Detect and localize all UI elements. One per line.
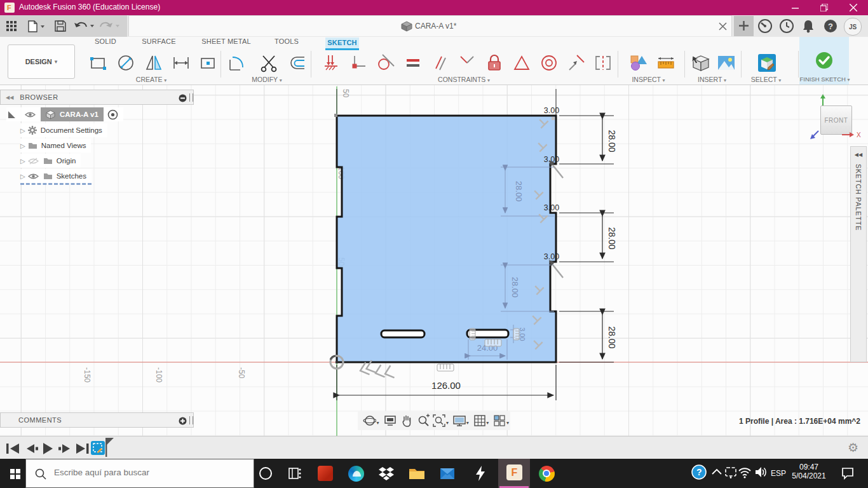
redo-icon[interactable] — [99, 21, 121, 32]
tray-clock[interactable]: 09:47 5/04/2021 — [788, 463, 830, 480]
sketch-geometry[interactable]: -150 -100 -50 50 100 50 — [0, 85, 868, 436]
constraint-symmetry-icon[interactable] — [593, 53, 613, 72]
circle-tool-icon[interactable] — [116, 53, 135, 72]
add-comment-icon[interactable] — [179, 417, 187, 425]
zoom-icon[interactable] — [417, 414, 430, 428]
browser-root-row[interactable]: CARA-A v1 — [6, 107, 123, 121]
visibility-eye-icon[interactable] — [28, 173, 39, 180]
fillet-tool-icon[interactable] — [227, 53, 247, 72]
constraint-horizontal-vertical-icon[interactable] — [322, 53, 341, 72]
tab-sheet-metal[interactable]: SHEET METAL — [197, 37, 255, 48]
tray-volume-icon[interactable] — [752, 463, 773, 484]
constraint-perpendicular-icon[interactable] — [458, 53, 477, 72]
select-tool-icon[interactable] — [757, 53, 776, 72]
tab-tools[interactable]: TOOLS — [271, 37, 302, 48]
timeline-play-icon[interactable] — [42, 443, 53, 454]
file-explorer-icon[interactable] — [407, 463, 427, 484]
browser-root-selected[interactable]: CARA-A v1 — [41, 107, 104, 121]
tab-close-icon[interactable] — [719, 22, 727, 30]
browser-remove-icon[interactable] — [179, 94, 187, 102]
mirror-tool-icon[interactable] — [144, 53, 163, 72]
expand-palette-icon[interactable]: ◀◀ — [851, 152, 866, 158]
timeline-step-forward-icon[interactable] — [58, 444, 72, 454]
app-grid-icon[interactable] — [6, 21, 17, 32]
dimension-tool-icon[interactable] — [172, 53, 191, 72]
ruler-icon[interactable] — [656, 53, 675, 72]
search-input[interactable] — [53, 467, 246, 478]
group-label-select[interactable]: SELECT — [729, 76, 803, 83]
notifications-bell-icon[interactable] — [801, 18, 816, 34]
office-app-icon[interactable] — [315, 463, 336, 484]
dropbox-icon[interactable] — [376, 463, 397, 484]
cortana-icon[interactable] — [255, 463, 276, 484]
constraint-midpoint-icon[interactable] — [512, 53, 531, 72]
slot-left[interactable] — [381, 330, 424, 337]
start-button[interactable] — [5, 463, 25, 484]
timeline-go-to-end-icon[interactable] — [75, 444, 89, 454]
group-label-inspect[interactable]: INSPECT — [612, 76, 685, 83]
constraint-equal-icon[interactable] — [403, 53, 423, 72]
file-menu-icon[interactable] — [28, 20, 44, 32]
browser-grip[interactable] — [189, 93, 193, 102]
mail-app-icon[interactable] — [437, 463, 458, 484]
fusion-taskbar-active[interactable]: F — [498, 459, 530, 488]
browser-item-sketches[interactable]: ▷ Sketches — [20, 169, 92, 185]
offset-tool-icon[interactable] — [288, 53, 307, 72]
visibility-eye-icon[interactable] — [25, 111, 36, 118]
fit-icon[interactable] — [432, 414, 445, 428]
tray-language[interactable]: ESP — [771, 469, 786, 478]
browser-item-origin[interactable]: ▷ Origin — [20, 154, 81, 168]
save-icon[interactable] — [55, 20, 66, 32]
display-settings-icon[interactable] — [452, 414, 466, 428]
group-label-constraints[interactable]: CONSTRAINTS — [426, 76, 502, 83]
browser-panel-header[interactable]: ◀◀ BROWSER — [0, 90, 194, 105]
insert-canvas-image-icon[interactable] — [717, 53, 736, 72]
task-view-icon[interactable] — [285, 463, 305, 484]
help-icon[interactable]: ? — [823, 18, 838, 34]
measure-icon[interactable] — [629, 53, 648, 72]
sketch-profile[interactable] — [337, 116, 556, 362]
timeline-go-to-start-icon[interactable] — [6, 444, 20, 454]
grid-settings-icon[interactable] — [473, 414, 486, 428]
insert-derive-icon[interactable] — [691, 53, 710, 72]
tray-help-icon[interactable]: ? — [690, 463, 710, 484]
document-tab-active[interactable]: CARA-A v1* — [128, 15, 732, 36]
trim-tool-icon[interactable] — [259, 53, 278, 72]
recent-clock-icon[interactable] — [779, 18, 794, 34]
finish-sketch-icon[interactable] — [815, 51, 834, 70]
constraint-tangent-icon[interactable] — [376, 53, 395, 72]
activate-component-icon[interactable] — [107, 109, 118, 120]
tab-solid[interactable]: SOLID — [89, 37, 122, 48]
browser-item-document-settings[interactable]: ▷ Document Settings — [20, 123, 107, 137]
action-center-icon[interactable] — [839, 463, 859, 484]
comments-grip[interactable] — [189, 416, 193, 424]
sketch-canvas[interactable]: -150 -100 -50 50 100 50 — [0, 85, 868, 436]
new-tab-button[interactable] — [734, 16, 754, 36]
constraint-parallel-icon[interactable] — [431, 53, 450, 72]
rectangle-tool-icon[interactable] — [88, 53, 107, 72]
lightning-app-icon[interactable] — [470, 463, 491, 484]
edge-browser-icon[interactable] — [346, 463, 366, 484]
comments-panel-header[interactable]: COMMENTS — [0, 412, 194, 428]
browser-item-named-views[interactable]: ▷ Named Views — [20, 139, 91, 152]
orbit-icon[interactable] — [363, 414, 376, 428]
timeline-step-back-icon[interactable] — [24, 444, 38, 454]
timeline-position-marker[interactable] — [104, 438, 114, 458]
group-label-finish-sketch[interactable]: FINISH SKETCH — [796, 76, 854, 83]
maximize-button[interactable] — [810, 0, 839, 15]
tab-sketch[interactable]: SKETCH — [325, 37, 359, 48]
group-label-create[interactable]: CREATE — [113, 76, 189, 83]
taskbar-search[interactable] — [25, 459, 254, 488]
look-at-icon[interactable] — [383, 414, 397, 428]
expand-root-icon[interactable] — [8, 111, 16, 119]
group-label-modify[interactable]: MODIFY — [232, 76, 302, 83]
close-button[interactable] — [839, 0, 868, 15]
constraint-concentric-icon[interactable] — [539, 53, 559, 72]
pan-hand-icon[interactable] — [400, 414, 413, 428]
collapse-browser-icon[interactable]: ◀◀ — [6, 95, 13, 100]
timeline-settings-gear-icon[interactable]: ⚙ — [848, 440, 862, 454]
minimize-button[interactable] — [780, 0, 810, 15]
tab-surface[interactable]: SURFACE — [137, 37, 180, 48]
center-rectangle-tool-icon[interactable] — [198, 53, 217, 72]
timeline-sketch-feature[interactable] — [91, 441, 105, 455]
